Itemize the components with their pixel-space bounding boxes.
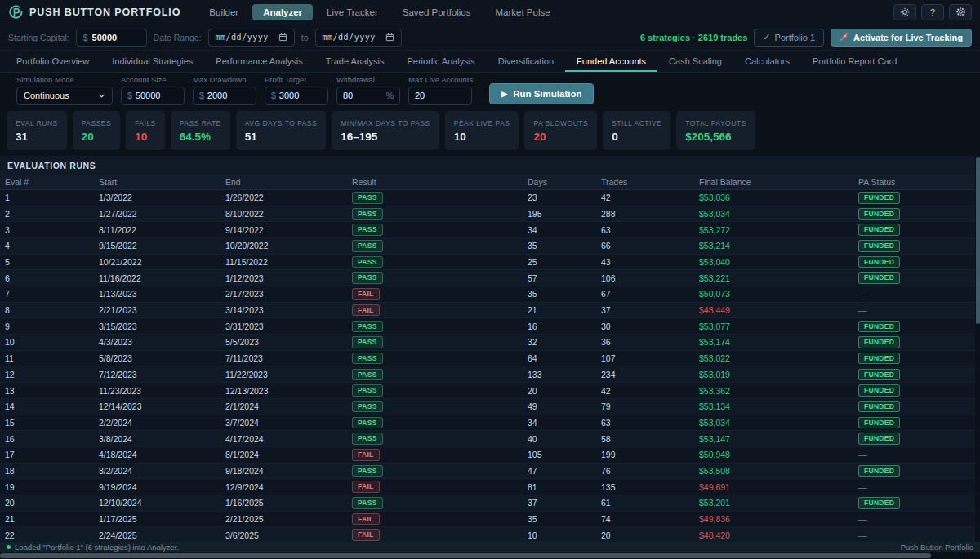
result-cell: PASS (352, 321, 528, 333)
date-to-input[interactable]: mm/dd/yyyy (315, 29, 402, 47)
tab-portfolio-overview[interactable]: Portfolio Overview (5, 51, 100, 72)
vertical-scrollbar-thumb[interactable] (976, 157, 980, 324)
start-date-cell: 1/27/2022 (99, 209, 225, 219)
simulation-mode-select[interactable]: Continuous (16, 87, 113, 105)
nav-item-live-tracker[interactable]: Live Tracker (316, 4, 389, 20)
settings-button[interactable] (949, 4, 972, 20)
column-header-pa-status: PA Status (858, 177, 975, 187)
final-balance-cell: $49,691 (699, 482, 858, 492)
account-size-input[interactable] (136, 91, 178, 100)
tab-calculators[interactable]: Calculators (733, 51, 801, 72)
max-live-accounts-input[interactable] (415, 91, 466, 100)
tab-periodic-analysis[interactable]: Periodic Analysis (395, 51, 486, 72)
stat-label: PASSES (82, 119, 111, 127)
end-date-cell: 1/16/2025 (225, 498, 352, 508)
tab-diversification[interactable]: Diversification (487, 51, 565, 72)
pa-status-badge: FUNDED (858, 353, 900, 365)
play-icon: ▶ (501, 90, 507, 98)
start-date-cell: 1/17/2025 (99, 514, 225, 524)
date-from-input[interactable]: mm/dd/yyyy (208, 29, 295, 47)
days-cell: 47 (528, 466, 601, 476)
stat-label: PASS RATE (180, 119, 221, 127)
tab-portfolio-report-card[interactable]: Portfolio Report Card (801, 51, 908, 72)
nav-item-saved-portfolios[interactable]: Saved Portfolios (392, 4, 482, 20)
table-row: 510/21/202211/15/2022PASS2543$53,040FUND… (0, 255, 980, 271)
horizontal-scrollbar (0, 552, 980, 559)
result-cell: PASS (352, 272, 528, 284)
final-balance-cell: $53,508 (699, 466, 858, 476)
pa-status-dash: — (858, 530, 867, 540)
result-badge: PASS (352, 336, 383, 348)
pa-status-cell: — (858, 305, 975, 315)
theme-toggle-button[interactable] (893, 4, 916, 20)
pa-status-cell: FUNDED (858, 336, 975, 348)
portfolio-button[interactable]: ✓ Portfolio 1 (754, 29, 824, 47)
tab-trade-analysis[interactable]: Trade Analysis (314, 51, 396, 72)
stat-label: FAILS (135, 119, 156, 127)
end-date-cell: 9/14/2022 (225, 225, 352, 235)
trades-cell: 42 (601, 386, 699, 396)
end-date-cell: 11/15/2022 (225, 257, 352, 267)
end-date-cell: 9/18/2024 (225, 466, 352, 476)
result-badge: PASS (352, 272, 383, 284)
stat-value: 31 (16, 131, 58, 143)
nav-item-market-pulse[interactable]: Market Pulse (484, 4, 560, 20)
result-badge: PASS (352, 401, 383, 413)
final-balance-cell: $53,034 (699, 418, 858, 428)
pa-status-cell: — (858, 450, 975, 459)
calendar-icon[interactable] (278, 33, 287, 42)
result-badge: FAIL (352, 529, 380, 541)
profit-target-box: $ (265, 87, 328, 105)
calendar-icon[interactable] (385, 33, 394, 42)
pa-status-cell: FUNDED (858, 353, 975, 365)
final-balance-cell: $53,040 (699, 257, 858, 267)
trades-cell: 135 (601, 482, 699, 492)
start-date-cell: 12/14/2023 (99, 402, 225, 411)
result-cell: PASS (352, 256, 528, 268)
result-badge: PASS (352, 240, 383, 252)
table-body: 11/3/20221/26/2022PASS2342$53,036FUNDED2… (0, 190, 980, 542)
pa-status-badge: FUNDED (858, 336, 900, 348)
days-cell: 34 (528, 418, 601, 428)
withdrawal-input[interactable] (343, 91, 383, 100)
profit-target-input[interactable] (279, 91, 322, 100)
start-date-cell: 9/19/2024 (99, 482, 225, 492)
tab-funded-accounts[interactable]: Funded Accounts (565, 51, 657, 72)
end-date-cell: 1/26/2022 (225, 193, 352, 202)
eval-number-cell: 13 (5, 386, 99, 396)
help-button[interactable]: ? (921, 4, 944, 20)
trades-cell: 58 (601, 434, 699, 444)
pa-status-badge: FUNDED (858, 192, 900, 204)
result-badge: PASS (352, 192, 383, 204)
end-date-cell: 2/1/2024 (225, 402, 352, 411)
end-date-cell: 2/17/2023 (225, 289, 352, 299)
run-simulation-button[interactable]: ▶ Run Simulation (489, 83, 594, 104)
days-cell: 23 (528, 193, 601, 202)
horizontal-scrollbar-thumb[interactable] (0, 553, 931, 558)
result-cell: PASS (352, 497, 528, 509)
table-row: 115/8/20237/11/2023PASS64107$53,022FUNDE… (0, 351, 980, 367)
start-date-cell: 3/15/2023 (99, 322, 225, 331)
tab-performance-analysis[interactable]: Performance Analysis (204, 51, 314, 72)
tab-cash-scaling[interactable]: Cash Scaling (657, 51, 733, 72)
nav-item-analyzer[interactable]: Analyzer (252, 4, 313, 20)
pa-status-badge: FUNDED (858, 417, 900, 429)
trades-cell: 42 (601, 193, 699, 202)
starting-capital-input[interactable] (92, 33, 140, 42)
starting-capital-label: Starting Capital: (8, 33, 69, 42)
table-row: 163/8/20244/17/2024PASS4058$53,147FUNDED (0, 431, 980, 447)
status-dot-icon (7, 545, 11, 549)
table-row: 1311/23/202312/13/2023PASS2042$53,362FUN… (0, 383, 980, 399)
activate-live-tracking-button[interactable]: Activate for Live Tracking (831, 29, 972, 47)
end-date-cell: 3/7/2024 (225, 418, 352, 428)
result-badge: FAIL (352, 513, 380, 526)
stat-card-pass-rate: PASS RATE64.5% (171, 111, 230, 150)
tab-individual-strategies[interactable]: Individual Strategies (100, 51, 204, 72)
max-drawdown-input[interactable] (207, 91, 250, 100)
end-date-cell: 4/17/2024 (225, 434, 352, 444)
start-date-cell: 8/11/2022 (99, 225, 225, 235)
days-cell: 133 (528, 370, 601, 379)
nav-item-builder[interactable]: Builder (198, 4, 249, 20)
trades-cell: 76 (601, 466, 699, 476)
column-header-final-balance: Final Balance (699, 177, 858, 187)
